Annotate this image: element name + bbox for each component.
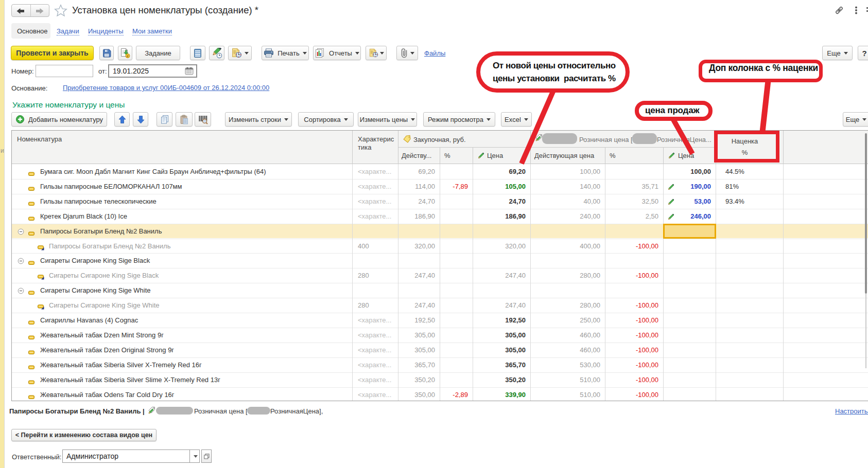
svg-text:₽: ₽	[127, 55, 129, 58]
